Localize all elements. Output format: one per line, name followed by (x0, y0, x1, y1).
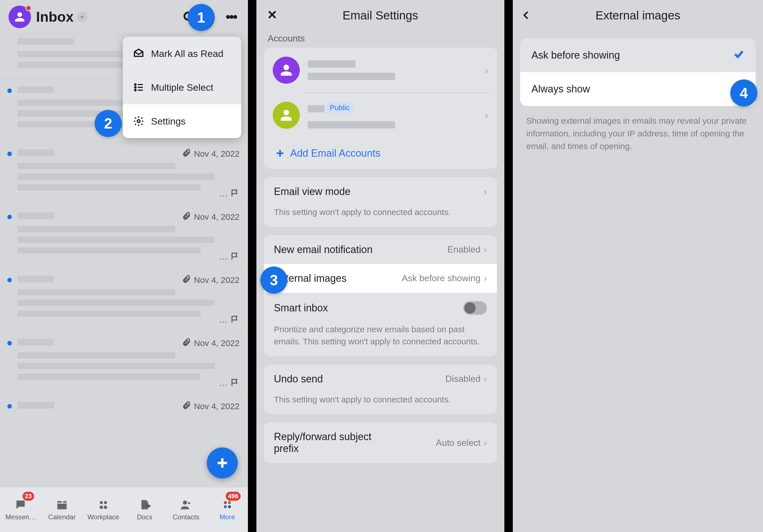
external-images-screen: External images Ask before showing Alway… (513, 0, 763, 532)
setting-label: New email notification (274, 244, 373, 256)
tab-messenger[interactable]: Messen… 23 (0, 487, 42, 532)
list-item[interactable]: Nov 4, 2022 … (0, 268, 248, 331)
svg-point-26 (224, 501, 227, 504)
option-always-show[interactable]: Always show (520, 72, 756, 106)
option-ask-before-showing[interactable]: Ask before showing (520, 38, 756, 72)
email-date: Nov 4, 2022 (194, 338, 240, 348)
option-label: Always show (531, 83, 590, 95)
setting-label: Undo send (274, 373, 323, 385)
setting-external-images[interactable]: External images Ask before showing› (264, 264, 497, 293)
list-item[interactable]: Nov 4, 2022 (0, 394, 248, 458)
profile-avatar[interactable] (8, 6, 31, 28)
email-date: Nov 4, 2022 (194, 149, 240, 159)
list-item[interactable]: Nov 4, 2022 … (0, 331, 248, 394)
accounts-card: › Public › Add Email Accounts (264, 48, 497, 169)
folder-dropdown[interactable] (77, 12, 87, 22)
undo-send-card: Undo send Disabled› This setting won't a… (264, 365, 497, 414)
setting-value: Ask before showing (402, 273, 481, 283)
svg-point-8 (135, 84, 136, 85)
email-settings-screen: Email Settings Accounts › Public › Add E… (257, 0, 504, 532)
account-row[interactable]: › (264, 48, 497, 93)
chevron-right-icon: › (485, 110, 488, 121)
svg-rect-23 (146, 505, 151, 507)
svg-point-14 (137, 120, 140, 123)
unread-dot (7, 341, 12, 346)
flag-icon[interactable] (231, 252, 240, 262)
setting-value: Enabled (447, 244, 481, 255)
option-label: Ask before showing (531, 49, 620, 61)
tab-workplace[interactable]: Workplace (82, 487, 124, 532)
svg-point-19 (100, 501, 103, 504)
list-item[interactable]: Nov 4, 2022 … (0, 142, 248, 205)
menu-label: Mark All as Read (151, 48, 223, 59)
attachment-icon (182, 401, 191, 412)
page-title: External images (596, 9, 680, 22)
more-icon[interactable] (224, 9, 240, 25)
setting-description: This setting won't apply to connected ac… (264, 393, 497, 414)
settings-title: Email Settings (343, 9, 418, 22)
setting-smart-inbox[interactable]: Smart inbox (264, 293, 497, 323)
reply-prefix-card: Reply/forward subject prefix Auto select… (264, 422, 497, 463)
add-account-button[interactable]: Add Email Accounts (264, 138, 497, 169)
back-icon[interactable] (521, 10, 531, 23)
attachment-icon (182, 338, 191, 349)
smart-inbox-toggle[interactable] (463, 301, 487, 315)
attachment-icon (182, 211, 191, 222)
step-marker-2: 2 (95, 110, 122, 137)
inbox-screen: Inbox Nov 4, 2022 … (0, 0, 248, 532)
svg-point-12 (135, 90, 136, 91)
tab-docs[interactable]: Docs (124, 487, 165, 532)
svg-point-6 (231, 16, 232, 18)
attachment-icon (182, 274, 191, 285)
unread-dot (7, 404, 12, 409)
svg-point-27 (228, 501, 231, 504)
svg-point-28 (224, 505, 227, 508)
svg-point-5 (227, 16, 229, 18)
svg-point-10 (135, 87, 136, 88)
setting-description: Prioritize and categorize new emails bas… (264, 323, 497, 356)
menu-settings[interactable]: Settings (123, 104, 241, 138)
folder-title[interactable]: Inbox (36, 9, 73, 25)
view-mode-card: Email view mode › This setting won't app… (264, 177, 497, 227)
tab-more[interactable]: More 496 (206, 487, 248, 532)
setting-label: Smart inbox (274, 302, 328, 314)
email-date: Nov 4, 2022 (194, 212, 240, 222)
menu-multiple-select[interactable]: Multiple Select (123, 70, 241, 104)
overflow-menu: Mark All as Read Multiple Select Setting… (123, 37, 241, 138)
step-marker-1: 1 (188, 4, 215, 31)
unread-dot (7, 278, 12, 282)
svg-rect-21 (100, 505, 103, 509)
tab-label: Messen… (5, 513, 36, 521)
flag-icon[interactable] (231, 188, 240, 199)
notification-dot (25, 5, 32, 11)
bottom-tabs: Messen… 23 3 Calendar Workplace Docs Con… (0, 487, 248, 532)
chevron-right-icon: › (484, 186, 487, 197)
email-date: Nov 4, 2022 (194, 401, 240, 411)
chevron-right-icon: › (484, 244, 487, 255)
flag-icon[interactable] (231, 378, 240, 388)
tab-calendar[interactable]: 3 Calendar (42, 487, 83, 532)
chevron-right-icon: › (485, 65, 488, 76)
setting-new-email-notification[interactable]: New email notification Enabled› (264, 235, 497, 264)
menu-label: Multiple Select (151, 82, 213, 93)
tab-label: Calendar (48, 513, 75, 521)
compose-button[interactable] (207, 448, 238, 479)
account-avatar (273, 56, 300, 84)
svg-point-29 (228, 505, 231, 508)
setting-reply-prefix[interactable]: Reply/forward subject prefix Auto select… (264, 422, 497, 463)
setting-undo-send[interactable]: Undo send Disabled› (264, 365, 497, 393)
tab-contacts[interactable]: Contacts (165, 487, 207, 532)
badge-count: 23 (23, 492, 34, 501)
flag-icon[interactable] (231, 315, 240, 325)
account-row[interactable]: Public › (264, 93, 497, 138)
menu-mark-all-read[interactable]: Mark All as Read (123, 37, 241, 70)
chevron-right-icon: › (484, 373, 487, 384)
setting-view-mode[interactable]: Email view mode › (264, 177, 497, 206)
close-icon[interactable] (267, 9, 278, 23)
section-accounts-label: Accounts (257, 31, 504, 48)
step-marker-3: 3 (260, 266, 287, 294)
list-item[interactable]: Nov 4, 2022 … (0, 205, 248, 268)
unread-dot (7, 215, 12, 219)
svg-rect-22 (104, 505, 107, 509)
account-avatar (273, 102, 300, 129)
